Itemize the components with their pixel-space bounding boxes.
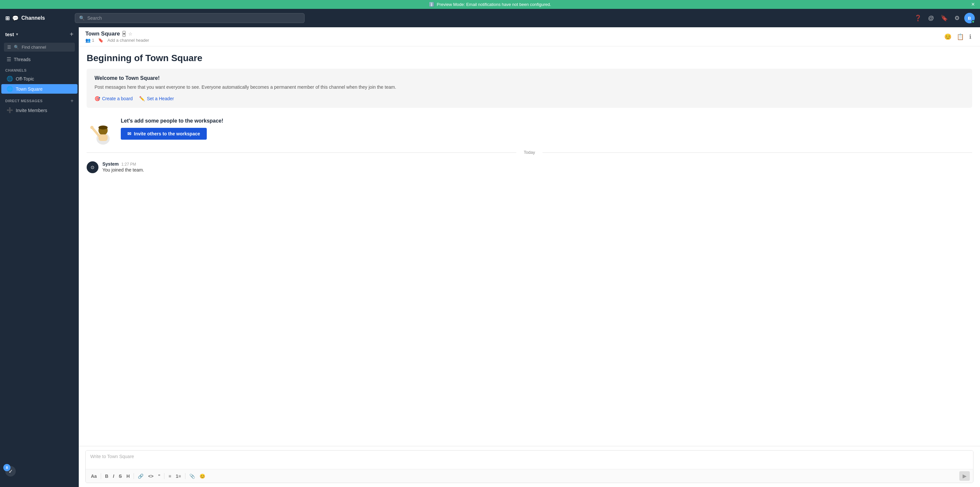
pencil-icon: ✏️ xyxy=(139,96,145,101)
today-label: Today xyxy=(524,150,535,155)
channel-meta-row: 👥 1 🔖 Add a channel header xyxy=(85,38,942,43)
quote-button[interactable]: " xyxy=(156,472,162,480)
welcome-actions: 🎯 Create a board ✏️ Set a Header xyxy=(94,96,964,101)
filter-icon: ☰ xyxy=(7,45,11,49)
globe-icon-2: 🌐 xyxy=(6,86,13,92)
plus-icon: ➕ xyxy=(6,107,13,113)
emoji-button[interactable]: 😊 xyxy=(197,472,207,480)
off-topic-label: Off-Topic xyxy=(16,76,34,81)
system-avatar-icon: ⊙ xyxy=(91,164,94,170)
channels-section-label: CHANNELS xyxy=(5,69,27,72)
sidebar-item-town-square[interactable]: 🌐 Town Square xyxy=(1,84,78,94)
find-channel-bar[interactable]: ☰ 🔍 Find channel xyxy=(4,43,75,51)
toolbar-divider-2 xyxy=(134,473,134,479)
create-board-button[interactable]: 🎯 Create a board xyxy=(94,96,133,101)
search-bar[interactable]: 🔍 xyxy=(75,13,305,23)
sidebar-item-invite-members[interactable]: ➕ Invite Members xyxy=(1,105,78,115)
welcome-body: Post messages here that you want everyon… xyxy=(94,84,964,91)
sidebar-item-threads[interactable]: ☰ Threads xyxy=(1,54,78,64)
add-dm-button[interactable]: + xyxy=(70,98,73,104)
sidebar: test ▾ + ☰ 🔍 Find channel ☰ Threads CHAN… xyxy=(0,27,79,487)
message-body: System 1:27 PM You joined the team. xyxy=(102,161,144,173)
bookmark-icon: 🔖 xyxy=(940,14,948,22)
bookmark-channel-icon[interactable]: 🔖 xyxy=(98,38,103,43)
workspace-header: test ▾ + xyxy=(0,27,79,42)
search-icon: 🔍 xyxy=(79,16,85,21)
channel-header: Town Square ▾ ☆ 👥 1 🔖 Add a channel head… xyxy=(79,27,980,46)
message-text: You joined the team. xyxy=(102,167,144,172)
set-header-label: Set a Header xyxy=(147,96,174,101)
member-count[interactable]: 👥 1 xyxy=(85,38,94,43)
add-channel-button[interactable]: + xyxy=(70,30,73,38)
help-button[interactable]: ❓ xyxy=(912,13,924,24)
invite-button-label: Invite others to the workspace xyxy=(134,131,200,136)
system-avatar: ⊙ xyxy=(87,161,99,173)
svg-line-4 xyxy=(92,128,99,136)
add-header-button[interactable]: Add a channel header xyxy=(107,38,149,43)
person-illustration xyxy=(87,116,113,145)
toolbar-divider-3 xyxy=(164,473,164,479)
message-area: Beginning of Town Square Welcome to Town… xyxy=(79,46,980,446)
strikethrough-button[interactable]: S xyxy=(117,472,124,480)
bookmark-button[interactable]: 🔖 xyxy=(939,13,950,24)
sidebar-footer: 8 ✓ xyxy=(0,461,79,482)
notification-badge: 8 xyxy=(3,464,11,471)
search-input[interactable] xyxy=(87,16,300,21)
channels-section-header: CHANNELS xyxy=(0,64,79,73)
invite-workspace-button[interactable]: ✉ Invite others to the workspace xyxy=(121,128,207,140)
channel-header-actions: 😊 📋 ℹ xyxy=(942,31,974,42)
composer: Aa B I S H 🔗 <> " ≡ 1≡ 📎 😊 ▶ xyxy=(79,446,980,487)
header-actions: ❓ @ 🔖 ⚙ B xyxy=(912,13,975,24)
avatar[interactable]: B xyxy=(964,13,975,23)
bullet-list-button[interactable]: ≡ xyxy=(166,472,173,480)
ordered-list-button[interactable]: 1≡ xyxy=(174,472,183,480)
emoji-reaction-button[interactable]: 😊 xyxy=(942,31,953,42)
direct-messages-section-header: DIRECT MESSAGES + xyxy=(0,94,79,105)
svg-point-2 xyxy=(99,126,108,129)
channel-intro: Beginning of Town Square Welcome to Town… xyxy=(87,53,972,142)
today-divider: Today xyxy=(87,150,972,155)
message-author: System xyxy=(102,161,119,167)
invite-text: Let's add some people to the workspace! … xyxy=(121,118,223,140)
italic-button[interactable]: I xyxy=(111,472,116,480)
find-channel-icon: 🔍 xyxy=(14,45,19,49)
channel-name-row: Town Square ▾ ☆ xyxy=(85,30,942,37)
clipboard-button[interactable]: 📋 xyxy=(955,31,966,42)
body-layout: test ▾ + ☰ 🔍 Find channel ☰ Threads CHAN… xyxy=(0,27,980,487)
text-size-button[interactable]: Aa xyxy=(89,472,99,480)
notification-icon: ℹ️ xyxy=(429,2,434,7)
notification-bar: ℹ️ Preview Mode: Email notifications hav… xyxy=(0,0,980,9)
invite-section: Let's add some people to the workspace! … xyxy=(87,116,972,142)
settings-button[interactable]: ⚙ xyxy=(953,13,962,24)
bold-button[interactable]: B xyxy=(103,472,110,480)
mention-button[interactable]: @ xyxy=(926,13,936,24)
composer-textarea[interactable] xyxy=(86,450,973,468)
members-icon: 👥 xyxy=(85,38,91,43)
info-button[interactable]: ℹ xyxy=(967,31,974,42)
sidebar-item-off-topic[interactable]: 🌐 Off-Topic xyxy=(1,74,78,83)
workspace-name[interactable]: test ▾ xyxy=(5,32,18,37)
code-button[interactable]: <> xyxy=(146,472,155,480)
attach-button[interactable]: 📎 xyxy=(188,472,197,480)
channel-star-icon[interactable]: ☆ xyxy=(128,31,133,37)
link-button[interactable]: 🔗 xyxy=(136,472,145,480)
invite-illustration xyxy=(87,116,113,142)
channel-dropdown-button[interactable]: ▾ xyxy=(123,31,126,37)
send-button[interactable]: ▶ xyxy=(959,471,970,481)
composer-toolbar: Aa B I S H 🔗 <> " ≡ 1≡ 📎 😊 ▶ xyxy=(86,469,973,483)
heading-button[interactable]: H xyxy=(124,472,132,480)
system-message-row: ⊙ System 1:27 PM You joined the team. xyxy=(87,161,972,173)
app-header: ⊞ 💬 Channels 🔍 ❓ @ 🔖 ⚙ B xyxy=(0,9,980,27)
app-name: Channels xyxy=(21,15,45,21)
board-icon: 🎯 xyxy=(94,96,100,101)
set-header-button[interactable]: ✏️ Set a Header xyxy=(139,96,174,101)
notifications-button[interactable]: 8 ✓ xyxy=(5,466,73,476)
close-notification-button[interactable]: × xyxy=(971,1,975,8)
add-header-label: Add a channel header xyxy=(107,38,149,43)
member-count-value: 1 xyxy=(92,38,94,43)
invite-heading: Let's add some people to the workspace! xyxy=(121,118,223,124)
town-square-label: Town Square xyxy=(16,86,43,92)
create-board-label: Create a board xyxy=(102,96,133,101)
threads-label: Threads xyxy=(14,57,30,62)
message-time: 1:27 PM xyxy=(121,162,136,167)
